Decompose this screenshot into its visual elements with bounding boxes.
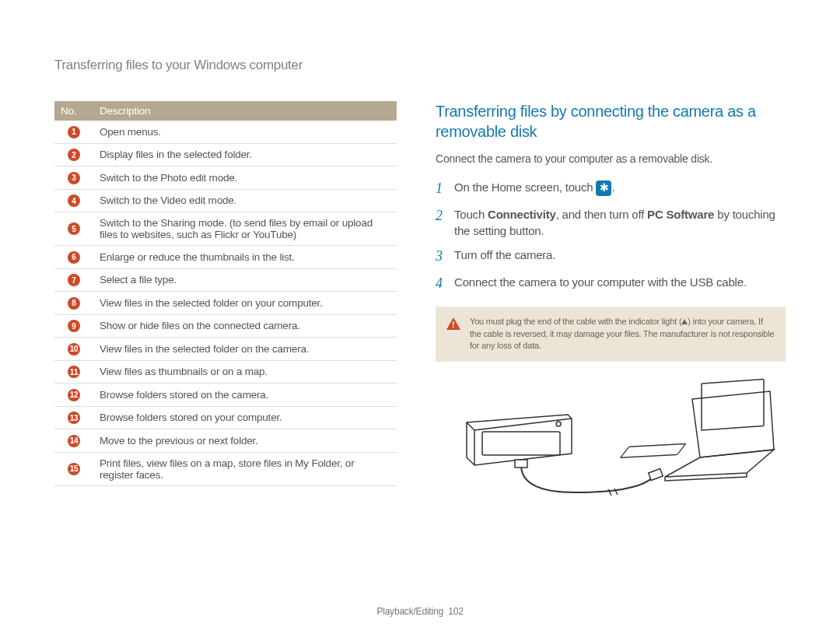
row-description: Open menus. [93,121,397,143]
number-bullet-icon: 9 [68,320,80,332]
step2-b1: Connectivity [488,208,556,221]
step-number: 1 [436,179,446,198]
row-number-cell: 11 [54,360,93,384]
right-column: Transferring files by connecting the cam… [436,101,786,516]
step2-b2: PC Software [647,208,714,221]
th-no: No. [54,101,93,121]
page-footer: Playback/Editing 102 [0,606,840,617]
table-row: 3Switch to the Photo edit mode. [54,166,397,190]
row-number-cell: 6 [54,246,93,269]
row-number-cell: 5 [54,212,93,246]
gear-icon: ✱ [596,180,611,196]
row-number-cell: 7 [54,268,93,292]
svg-rect-0 [482,432,560,455]
row-description: Browse folders stored on the camera. [93,384,397,407]
th-desc: Description [93,101,397,121]
step-number: 2 [436,206,446,239]
row-description: Select a file type. [93,268,397,292]
svg-rect-4 [702,380,764,431]
row-number-cell: 13 [54,406,93,429]
row-number-cell: 12 [54,384,93,407]
row-number-cell: 14 [54,429,93,453]
description-table: No. Description 1Open menus.2Display fil… [54,101,397,486]
row-description: Enlarge or reduce the thumbnails in the … [93,246,397,269]
table-row: 8View files in the selected folder on yo… [54,292,397,315]
step-number: 3 [436,247,446,266]
number-bullet-icon: 4 [68,194,80,207]
row-number-cell: 3 [54,166,93,190]
number-bullet-icon: 12 [68,389,80,401]
row-description: Switch to the Video edit mode. [93,189,397,212]
table-row: 5Switch to the Sharing mode. (to send fi… [54,212,397,246]
row-description: Print files, view files on a map, store … [93,452,397,485]
note-text: You must plug the end of the cable with … [470,316,775,353]
warning-icon [446,317,460,330]
row-number-cell: 2 [54,143,93,166]
table-row: 7Select a file type. [54,268,397,292]
table-row: 9Show or hide files on the connected cam… [54,314,397,338]
svg-rect-2 [515,460,527,468]
row-number-cell: 9 [54,314,93,338]
number-bullet-icon: 7 [68,274,80,286]
number-bullet-icon: 14 [68,435,80,447]
number-bullet-icon: 11 [68,366,80,378]
table-row: 13Browse folders stored on your computer… [54,406,397,429]
row-description: Browse folders stored on your computer. [93,406,397,429]
step2-pre: Touch [454,208,488,221]
footer-section: Playback/Editing [376,606,443,617]
section-title: Transferring files by connecting the cam… [436,101,786,142]
number-bullet-icon: 2 [68,149,80,161]
row-description: View files in the selected folder on you… [93,292,397,315]
table-row: 14Move to the previous or next folder. [54,429,397,453]
left-column: No. Description 1Open menus.2Display fil… [54,101,397,516]
table-row: 1Open menus. [54,121,397,143]
table-row: 12Browse folders stored on the camera. [54,384,397,407]
table-row: 4Switch to the Video edit mode. [54,189,397,212]
step-text: Touch Connectivity, and then turn off PC… [454,206,786,239]
number-bullet-icon: 15 [68,463,80,475]
row-description: View files as thumbnails or on a map. [93,360,397,384]
svg-rect-3 [649,469,663,481]
table-row: 6Enlarge or reduce the thumbnails in the… [54,246,397,269]
number-bullet-icon: 6 [68,251,80,264]
row-number-cell: 1 [54,121,93,143]
number-bullet-icon: 3 [68,172,80,184]
row-description: Switch to the Sharing mode. (to send fil… [93,212,397,246]
number-bullet-icon: 10 [68,343,80,356]
row-description: Switch to the Photo edit mode. [93,166,397,190]
row-number-cell: 10 [54,338,93,361]
row-number-cell: 8 [54,292,93,315]
table-row: 10View files in the selected folder on t… [54,338,397,361]
row-description: View files in the selected folder on the… [93,338,397,361]
number-bullet-icon: 5 [68,222,80,235]
number-bullet-icon: 8 [68,297,80,310]
step-text: Turn off the camera. [454,247,786,266]
step-text: On the Home screen, touch ✱. [454,179,786,198]
number-bullet-icon: 13 [68,412,80,424]
section-intro: Connect the camera to your computer as a… [436,152,786,165]
row-number-cell: 15 [54,452,93,485]
steps-list: 1 On the Home screen, touch ✱. 2 Touch C… [436,179,786,294]
svg-point-1 [556,422,561,426]
step2-mid: , and then turn off [556,208,647,221]
table-row: 15Print files, view files on a map, stor… [54,452,397,485]
row-description: Display files in the selected folder. [93,143,397,166]
warning-note: You must plug the end of the cable with … [436,306,786,363]
row-number-cell: 4 [54,189,93,212]
step-text: Connect the camera to your computer with… [454,274,786,293]
step-number: 4 [436,274,446,293]
connection-illustration [436,376,786,516]
row-description: Show or hide files on the connected came… [93,314,397,338]
number-bullet-icon: 1 [68,126,80,138]
row-description: Move to the previous or next folder. [93,429,397,453]
table-row: 2Display files in the selected folder. [54,143,397,166]
footer-page: 102 [448,606,463,617]
note-pre: You must plug the end of the cable with … [470,317,681,326]
table-row: 11View files as thumbnails or on a map. [54,360,397,384]
step1-pre: On the Home screen, touch [454,180,596,194]
svg-rect-5 [621,444,686,458]
page-header: Transferring files to your Windows compu… [54,58,786,78]
